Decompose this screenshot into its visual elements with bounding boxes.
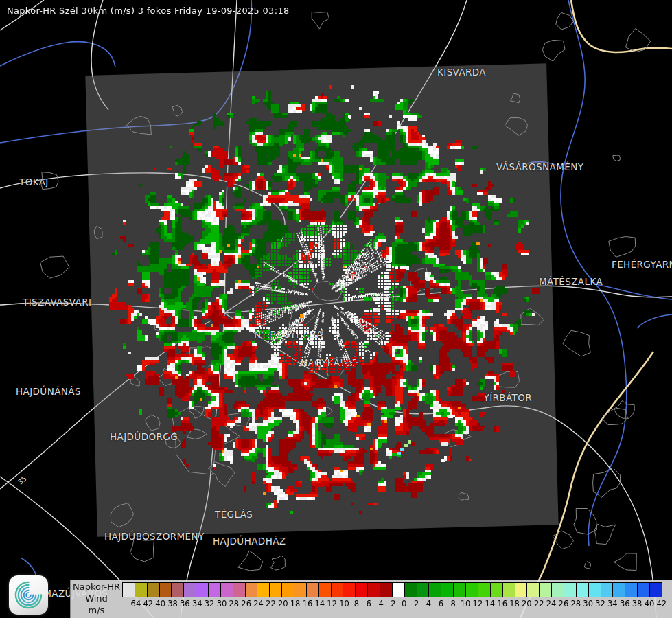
scale-tick-label: -36 xyxy=(177,599,190,608)
scale-tick-label: 38 xyxy=(632,599,642,608)
scale-tick-label: 14 xyxy=(485,599,495,608)
scale-cell: 38 xyxy=(625,583,638,597)
scale-cell: 40 xyxy=(638,583,650,597)
scale-cell: 6 xyxy=(429,583,441,597)
scale-cell: 22 xyxy=(527,583,540,597)
scale-cell: -8 xyxy=(343,583,356,597)
radar-title: Napkor-HR Szél 30km (m/s) 3 fokos Friday… xyxy=(7,5,290,16)
scale-tick-label: 22 xyxy=(534,599,544,608)
scale-tick-label: 6 xyxy=(439,599,443,608)
scale-tick-label: -22 xyxy=(263,599,276,608)
scale-cell: -36 xyxy=(172,583,184,597)
scale-tick-label: -28 xyxy=(226,599,239,608)
scale-cell: 4 xyxy=(417,583,430,597)
scale-tick-label: 24 xyxy=(546,599,557,608)
scale-cell: -30 xyxy=(209,583,221,597)
scale-cell: 8 xyxy=(441,583,454,597)
scale-cell: -26 xyxy=(233,583,246,597)
scale-tick-label: 40 xyxy=(645,599,655,608)
scale-tick-label: -38 xyxy=(165,599,178,608)
scale-cell: 18 xyxy=(503,583,515,597)
scale-tick-label: -32 xyxy=(202,599,215,608)
scale-cell: -18 xyxy=(282,583,294,597)
scale-tick-label: 4 xyxy=(426,599,431,608)
scale-cell: 26 xyxy=(552,583,564,597)
scale-cell: -64 xyxy=(123,583,135,597)
weather-app-logo xyxy=(9,575,48,615)
legend-unit: m/s xyxy=(71,604,122,616)
scale-cell: -34 xyxy=(184,583,196,597)
scale-cell: -12 xyxy=(319,583,332,597)
scale-cell: -28 xyxy=(221,583,233,597)
scale-cell: -38 xyxy=(160,583,172,597)
scale-tick-label: 34 xyxy=(607,599,618,608)
scale-tick-label: -26 xyxy=(238,599,251,608)
scale-tick-label: -30 xyxy=(213,599,227,608)
scale-tick-label: 16 xyxy=(497,599,507,608)
scale-cell: -16 xyxy=(294,583,307,597)
scale-tick-label: 10 xyxy=(461,599,471,608)
scale-tick-label: 2 xyxy=(414,599,419,608)
scale-tick-label: 20 xyxy=(522,599,532,608)
scale-cell: 16 xyxy=(491,583,503,597)
scale-tick-label: -4 xyxy=(375,599,383,608)
scale-cell: -10 xyxy=(332,583,344,597)
scale-cell: 32 xyxy=(589,583,601,597)
scale-tick-label: 36 xyxy=(620,599,630,608)
scale-cell: 14 xyxy=(478,583,491,597)
scale-cell: 36 xyxy=(613,583,625,597)
scale-cell: 0 xyxy=(393,583,405,597)
scale-tick-label: -12 xyxy=(324,599,337,608)
legend-meta: Napkor-HR Wind m/s xyxy=(71,581,122,616)
scale-cell: -24 xyxy=(246,583,258,597)
scale-cell: 10 xyxy=(454,583,466,597)
scale-cell: -2 xyxy=(380,583,393,597)
scale-tick-label: -40 xyxy=(152,599,165,608)
scale-tick-label: 28 xyxy=(570,599,581,608)
legend-panel: Napkor-HR Wind m/s -64-42-40-38-36-34-32… xyxy=(70,580,672,618)
scale-tick-label: 8 xyxy=(451,599,456,608)
radar-screen: KISVÁRDAVÁSÁROSNAMÉNYTOKAJFEHÉRGYARMATMÁ… xyxy=(0,0,672,618)
legend-radar-name: Napkor-HR xyxy=(71,581,122,593)
scale-tick-label: 32 xyxy=(595,599,605,608)
scale-cell: -22 xyxy=(257,583,270,597)
scale-tick-label: -6 xyxy=(363,599,371,608)
scale-tick-label: -18 xyxy=(288,599,301,608)
scale-tick-label: -8 xyxy=(351,599,359,608)
scale-cell: 42 xyxy=(650,583,662,597)
scale-tick-label: 26 xyxy=(559,599,569,608)
scale-tick-label: -16 xyxy=(299,599,312,608)
scale-tick-label: 18 xyxy=(509,599,520,608)
scale-cell: -14 xyxy=(307,583,319,597)
scale-cell: 20 xyxy=(515,583,528,597)
scale-cell: 2 xyxy=(405,583,417,597)
color-scale: -64-42-40-38-36-34-32-30-28-26-24-22-20-… xyxy=(122,582,662,597)
scale-cell: -40 xyxy=(148,583,160,597)
spiral-icon xyxy=(12,579,45,611)
scale-cell: 30 xyxy=(577,583,589,597)
scale-tick-label: 30 xyxy=(583,599,593,608)
scale-cell: 24 xyxy=(540,583,552,597)
scale-cell: 12 xyxy=(466,583,478,597)
scale-cell: -6 xyxy=(356,583,368,597)
scale-tick-label: 12 xyxy=(473,599,483,608)
scale-cell: 34 xyxy=(601,583,614,597)
scale-tick-label: -42 xyxy=(140,599,153,608)
scale-tick-label: -10 xyxy=(336,599,349,608)
scale-cell: -32 xyxy=(196,583,209,597)
scale-tick-label: -34 xyxy=(189,599,202,608)
scale-cell: -4 xyxy=(368,583,380,597)
scale-tick-label: -24 xyxy=(251,599,264,608)
scale-tick-label: 42 xyxy=(656,599,667,608)
scale-tick-label: -14 xyxy=(312,599,325,608)
scale-tick-label: 0 xyxy=(402,599,406,608)
scale-tick-label: -20 xyxy=(275,599,288,608)
scale-cell: 28 xyxy=(564,583,577,597)
scale-tick-label: -2 xyxy=(388,599,395,608)
scale-cell: -42 xyxy=(135,583,148,597)
scale-tick-label: -64 xyxy=(128,599,141,608)
scale-cell: -20 xyxy=(270,583,282,597)
radar-echo-canvas xyxy=(0,0,672,618)
legend-product: Wind xyxy=(71,593,122,604)
